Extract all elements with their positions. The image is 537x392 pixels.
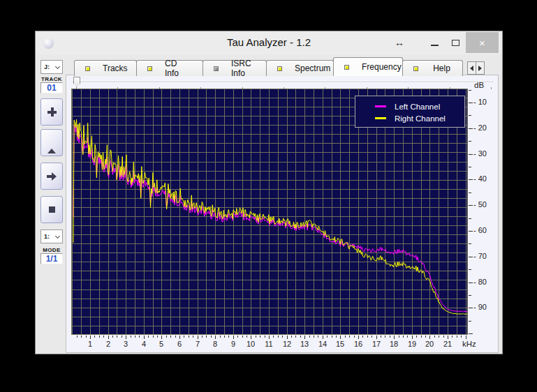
x-axis-tick <box>233 336 234 339</box>
x-axis-tick <box>198 336 198 339</box>
x-axis-tick <box>282 336 283 338</box>
x-axis-tick <box>228 336 229 338</box>
tab-frequency[interactable]: Frequency <box>333 57 403 76</box>
x-axis-tick <box>452 336 453 338</box>
spectrum-plot[interactable]: Left ChannelRight Channel <box>71 89 468 335</box>
x-axis-tick <box>90 336 91 339</box>
y-axis-tick <box>469 308 473 308</box>
tab-spectrum[interactable]: Spectrum <box>266 60 334 76</box>
eject-button[interactable] <box>41 129 63 156</box>
x-axis-tick <box>273 336 274 338</box>
y-axis-tick <box>469 128 473 129</box>
x-axis-tick <box>448 336 448 339</box>
y-axis-label: - 90 <box>473 303 499 311</box>
plus-icon <box>47 107 57 116</box>
close-button[interactable]: × <box>466 32 499 53</box>
y-axis-label: - 20 <box>473 123 499 132</box>
x-axis-tick <box>443 336 444 338</box>
x-axis-tick <box>429 336 430 339</box>
speed-selector-value: 1: <box>44 233 50 240</box>
x-axis-label: 11 <box>260 340 277 348</box>
x-axis-label: 13 <box>296 340 313 348</box>
x-axis-label: 9 <box>225 340 242 348</box>
y-axis-tick <box>469 218 471 219</box>
x-axis-tick <box>327 336 328 338</box>
led-icon <box>413 66 418 71</box>
x-axis-tick <box>242 336 243 338</box>
minimize-button[interactable] <box>424 31 445 54</box>
x-axis-tick <box>184 336 184 338</box>
position-slider-thumb[interactable] <box>73 77 80 87</box>
x-axis-tick <box>407 336 408 338</box>
y-axis-tick <box>469 115 471 116</box>
tab-help[interactable]: Help <box>402 60 463 76</box>
x-axis-tick <box>126 336 126 339</box>
x-axis-tick <box>86 336 87 338</box>
x-axis-tick <box>170 336 171 338</box>
x-axis-tick <box>215 336 216 339</box>
drive-selector[interactable]: J: <box>41 60 63 74</box>
led-icon <box>214 66 219 71</box>
tab-tracks[interactable]: Tracks <box>74 60 137 76</box>
x-axis-label: 8 <box>207 340 223 348</box>
x-axis-tick <box>354 336 355 338</box>
y-axis-tick <box>469 243 471 244</box>
x-axis-tick <box>314 336 314 338</box>
arrow-right-icon <box>47 172 57 181</box>
y-axis-tick <box>469 321 471 322</box>
position-slider-track[interactable] <box>72 82 494 83</box>
mode-label: MODE <box>39 247 64 253</box>
x-axis-tick <box>336 336 337 338</box>
x-axis-tick <box>394 336 395 339</box>
next-button[interactable] <box>41 163 63 190</box>
x-axis-tick <box>175 336 176 338</box>
y-axis-tick <box>469 141 471 142</box>
add-button[interactable] <box>41 98 63 126</box>
chevron-down-icon <box>55 63 60 68</box>
stop-button[interactable] <box>41 196 63 223</box>
x-axis-tick <box>457 336 457 338</box>
titlebar[interactable]: Tau Analyzer - 1.2 ↔ × <box>36 31 502 54</box>
tab-isrc-info[interactable]: ISRC Info <box>203 60 267 76</box>
x-axis-label: 16 <box>350 340 367 348</box>
x-axis-label: 10 <box>242 340 259 348</box>
resize-toggle-button[interactable]: ↔ <box>389 31 410 54</box>
led-icon <box>277 66 282 71</box>
x-axis-tick <box>103 336 104 338</box>
tab-label: CD Info <box>165 59 203 78</box>
y-axis-tick <box>469 90 471 91</box>
x-axis-tick <box>358 336 359 339</box>
x-axis-tick <box>390 336 390 338</box>
y-axis-tick <box>469 231 473 232</box>
tab-scroll-right-button[interactable] <box>476 61 485 75</box>
x-axis-label: 7 <box>189 340 206 348</box>
x-axis-tick <box>144 336 145 339</box>
y-axis-label: - 80 <box>473 278 499 286</box>
led-icon <box>344 65 349 70</box>
legend-item: Right Channel <box>375 112 464 124</box>
y-axis-tick <box>469 193 471 193</box>
x-axis-tick <box>179 336 180 339</box>
x-axis-tick <box>131 336 131 338</box>
x-axis-tick <box>323 336 323 339</box>
arrow-right-icon <box>478 66 482 71</box>
mode-value: 1/1 <box>41 253 63 264</box>
maximize-button[interactable] <box>445 31 466 54</box>
x-axis-label: 12 <box>279 340 295 348</box>
tab-label: ISRC Info <box>231 59 266 78</box>
legend-label: Right Channel <box>395 114 446 123</box>
y-axis: dB - 10- 20- 30- 40- 50- 60- 70- 80- 90 <box>468 75 499 335</box>
x-axis-tick <box>362 336 363 338</box>
x-axis-tick <box>439 336 439 338</box>
x-axis: kHz 123456789101112131415161718192021 <box>66 336 499 353</box>
tab-cd-info[interactable]: CD Info <box>136 60 203 76</box>
y-axis-tick <box>469 205 473 206</box>
x-axis-tick <box>211 336 212 338</box>
x-axis-tick <box>161 336 162 339</box>
speed-selector[interactable]: 1: <box>41 229 63 243</box>
app-window: Tau Analyzer - 1.2 ↔ × TracksCD InfoISRC… <box>35 31 503 354</box>
maximize-icon <box>452 40 459 46</box>
x-axis-tick <box>434 336 435 338</box>
x-axis-tick <box>416 336 417 338</box>
x-axis-tick <box>117 336 117 338</box>
